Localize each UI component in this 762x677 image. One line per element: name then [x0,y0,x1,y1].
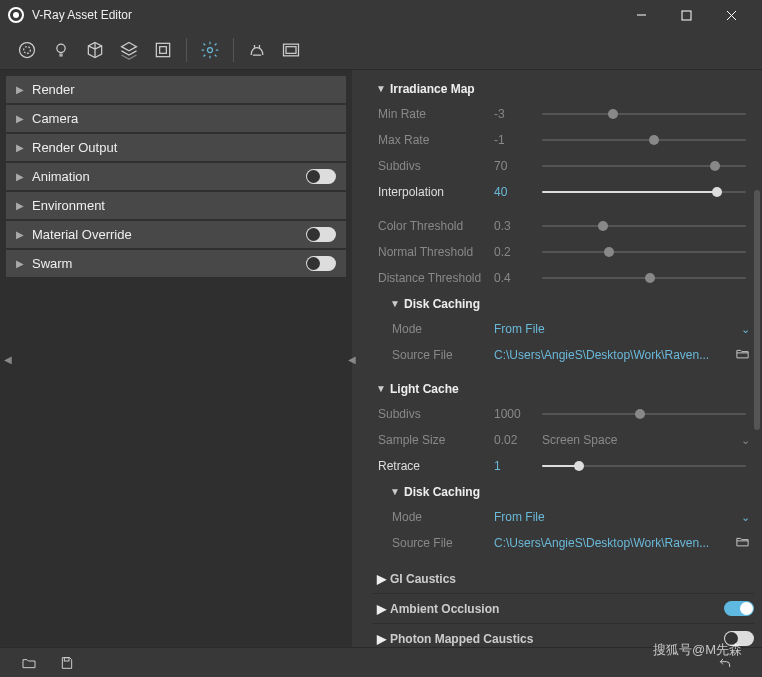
param-label: Source File [392,536,494,550]
lc-mode-dropdown[interactable]: From File [494,510,741,524]
chevron-right-icon: ▶ [16,171,26,182]
normal-threshold-slider[interactable] [542,244,746,260]
irr-source-file-link[interactable]: C:\Users\AngieS\Desktop\Work\Raven... [494,348,735,362]
section-title: Disk Caching [404,297,480,311]
irr-disk-caching-header[interactable]: ▼Disk Caching [372,291,754,316]
subdivs-slider[interactable] [542,158,746,174]
section-title: Disk Caching [404,485,480,499]
folder-open-icon[interactable] [735,346,750,364]
param-label: Distance Threshold [378,271,494,285]
section-title: Irradiance Map [390,82,475,96]
category-label: Material Override [32,227,306,242]
svg-rect-9 [156,43,169,56]
chevron-right-icon: ▶ [16,84,26,95]
interpolation-slider[interactable] [542,184,746,200]
render-icon[interactable] [240,33,274,67]
pmc-toggle[interactable] [724,631,754,646]
category-label: Camera [32,111,336,126]
ao-toggle[interactable] [724,601,754,616]
layers-icon[interactable] [112,33,146,67]
param-label: Mode [392,322,494,336]
param-label: Sample Size [378,433,494,447]
svg-rect-1 [682,11,691,20]
param-value[interactable]: 0.2 [494,245,542,259]
irradiance-map-header[interactable]: ▼Irradiance Map [372,76,754,101]
minimize-button[interactable] [619,0,664,30]
param-label: Interpolation [378,185,494,199]
category-label: Environment [32,198,336,213]
lights-icon[interactable] [44,33,78,67]
param-label: Max Rate [378,133,494,147]
textures-icon[interactable] [146,33,180,67]
lc-subdivs-slider[interactable] [542,406,746,422]
left-collapse-grip[interactable]: ◀ [4,353,12,364]
svg-rect-10 [160,46,167,53]
category-material-override[interactable]: ▶Material Override [6,221,346,248]
param-value[interactable]: 70 [494,159,542,173]
category-toggle[interactable] [306,256,336,271]
param-value[interactable]: 0.02 [494,433,542,447]
lc-source-file-link[interactable]: C:\Users\AngieS\Desktop\Work\Raven... [494,536,735,550]
category-label: Swarm [32,256,306,271]
irr-mode-dropdown[interactable]: From File [494,322,741,336]
param-value[interactable]: -3 [494,107,542,121]
max-rate-slider[interactable] [542,132,746,148]
chevron-down-icon: ⌄ [741,323,750,336]
category-swarm[interactable]: ▶Swarm [6,250,346,277]
param-label: Retrace [378,459,494,473]
param-value[interactable]: 40 [494,185,542,199]
param-value[interactable]: 1000 [494,407,542,421]
chevron-right-icon: ▶ [16,113,26,124]
param-value[interactable]: 0.4 [494,271,542,285]
frame-buffer-icon[interactable] [274,33,308,67]
open-folder-icon[interactable] [14,651,44,675]
category-render-output[interactable]: ▶Render Output [6,134,346,161]
toolbar [0,30,762,70]
geometry-icon[interactable] [78,33,112,67]
category-animation[interactable]: ▶Animation [6,163,346,190]
svg-point-5 [24,46,31,53]
settings-icon[interactable] [193,33,227,67]
svg-point-6 [57,44,65,52]
bottombar [0,647,762,677]
chevron-right-icon: ▶ [16,200,26,211]
close-button[interactable] [709,0,754,30]
color-threshold-slider[interactable] [542,218,746,234]
svg-rect-13 [286,46,296,53]
min-rate-slider[interactable] [542,106,746,122]
scrollbar[interactable] [754,190,760,430]
param-label: Source File [392,348,494,362]
ambient-occlusion-header[interactable]: ▶Ambient Occlusion [372,594,754,624]
light-cache-header[interactable]: ▼Light Cache [372,376,754,401]
lc-disk-caching-header[interactable]: ▼Disk Caching [372,479,754,504]
maximize-button[interactable] [664,0,709,30]
chevron-down-icon: ⌄ [741,511,750,524]
window-title: V-Ray Asset Editor [32,8,619,22]
chevron-right-icon: ▶ [16,229,26,240]
param-value[interactable]: 0.3 [494,219,542,233]
save-icon[interactable] [52,651,82,675]
svg-rect-14 [64,657,69,660]
param-label: Color Threshold [378,219,494,233]
svg-point-11 [208,47,213,52]
category-label: Render Output [32,140,336,155]
category-camera[interactable]: ▶Camera [6,105,346,132]
category-toggle[interactable] [306,169,336,184]
undo-icon[interactable] [710,651,740,675]
photon-mapped-caustics-header[interactable]: ▶Photon Mapped Caustics [372,624,754,647]
category-render[interactable]: ▶Render [6,76,346,103]
materials-icon[interactable] [10,33,44,67]
gi-caustics-header[interactable]: ▶GI Caustics [372,564,754,594]
section-title: Light Cache [390,382,459,396]
sample-space-dropdown[interactable]: Screen Space [542,433,741,447]
param-value[interactable]: 1 [494,459,542,473]
folder-open-icon[interactable] [735,534,750,552]
titlebar: V-Ray Asset Editor [0,0,762,30]
distance-threshold-slider[interactable] [542,270,746,286]
category-environment[interactable]: ▶Environment [6,192,346,219]
retrace-slider[interactable] [542,458,746,474]
param-value[interactable]: -1 [494,133,542,147]
param-label: Normal Threshold [378,245,494,259]
chevron-right-icon: ▶ [16,258,26,269]
category-toggle[interactable] [306,227,336,242]
